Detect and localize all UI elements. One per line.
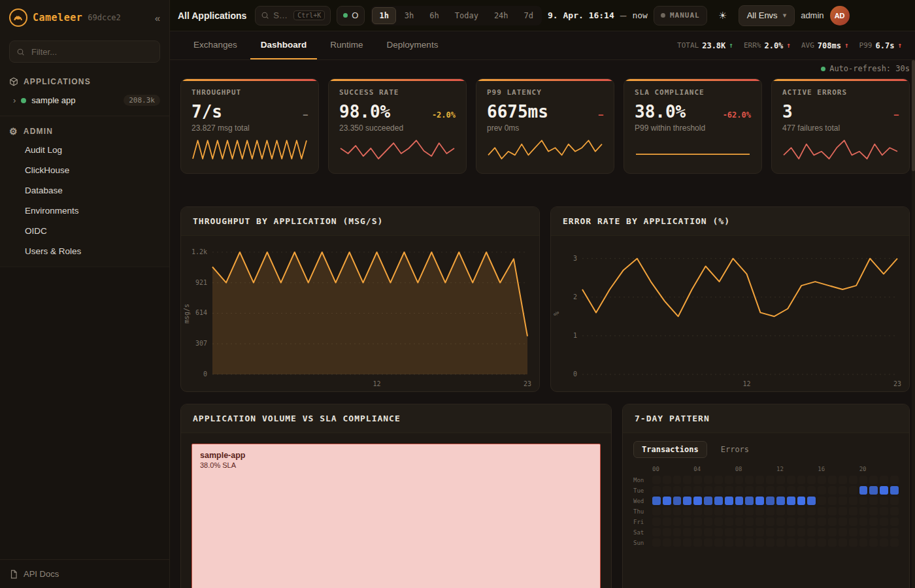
- online-indicator[interactable]: O: [337, 6, 365, 25]
- heatmap-cell: [787, 528, 795, 536]
- global-search-input[interactable]: S… Ctrl+K: [255, 6, 331, 25]
- sidebar-item-api-docs[interactable]: API Docs: [0, 559, 169, 588]
- vertical-scrollbar[interactable]: [912, 60, 915, 588]
- sidebar-item-audit-log[interactable]: Audit Log: [0, 140, 169, 160]
- stat-total: TOTAL 23.8K ↑: [677, 41, 733, 50]
- heatmap-cell: [880, 486, 888, 495]
- range-end-now[interactable]: now: [632, 10, 647, 20]
- sidebar-item-oidc[interactable]: OIDC: [0, 221, 169, 241]
- heatmap-cell: [725, 517, 733, 526]
- kpi-card-success-rate: SUCCESS RATE 98.0%-2.0% 23.350 succeeded: [328, 78, 467, 174]
- range-button-today[interactable]: Today: [448, 7, 486, 24]
- heatmap-cell: [745, 517, 754, 526]
- success-rate-sparkline: [339, 138, 456, 161]
- tab-transactions[interactable]: Transactions: [633, 441, 707, 458]
- heatmap-cell: [725, 476, 733, 484]
- heatmap-cell: [880, 507, 888, 515]
- manual-refresh-button[interactable]: MANUAL: [654, 6, 707, 25]
- heatmap-cell: [890, 476, 899, 484]
- heatmap-cell: [776, 497, 785, 505]
- heatmap-cell: [745, 528, 754, 536]
- svg-text:921: 921: [195, 279, 207, 286]
- sidebar-item-sample-app[interactable]: › sample app 208.3k: [0, 90, 169, 110]
- p99-latency-sparkline: [487, 138, 603, 161]
- heatmap-cell: [880, 538, 888, 547]
- sidebar-collapse-button[interactable]: «: [155, 12, 160, 24]
- heatmap-cell: [663, 507, 671, 515]
- heatmap-cell: [787, 517, 795, 526]
- heatmap-cell: [818, 517, 826, 526]
- kpi-cards-row: THROUGHPUT 7/s– 23.827 msg total SUCCESS…: [170, 77, 915, 174]
- bottom-row: APPLICATION VOLUME VS SLA COMPLIANCE sam…: [170, 404, 915, 588]
- error-rate-chart-panel: ERROR RATE BY APPLICATION (%) 01231223%: [550, 206, 910, 392]
- chevron-down-icon: ▾: [783, 11, 787, 20]
- range-button-6h[interactable]: 6h: [422, 7, 446, 24]
- tab-dashboard[interactable]: Dashboard: [250, 31, 318, 59]
- tab-errors[interactable]: Errors: [712, 441, 757, 458]
- heatmap-cell: [828, 497, 837, 505]
- range-button-7d[interactable]: 7d: [517, 7, 541, 24]
- heatmap-cell: [704, 497, 712, 505]
- heatmap-cell: [704, 538, 712, 547]
- heatmap-cell: [849, 528, 857, 536]
- heatmap-cell: [859, 528, 868, 536]
- treemap-panel: APPLICATION VOLUME VS SLA COMPLIANCE sam…: [180, 404, 612, 588]
- environments-dropdown[interactable]: All Envs ▾: [739, 5, 795, 26]
- heatmap-cell: [869, 538, 878, 547]
- range-button-24h[interactable]: 24h: [487, 7, 516, 24]
- heatmap-cell: [756, 507, 764, 515]
- stat-err: ERR% 2.0% ↑: [744, 41, 791, 50]
- tab-deployments[interactable]: Deployments: [376, 31, 449, 59]
- arrow-up-icon: ↑: [786, 41, 791, 50]
- filter-input[interactable]: [30, 46, 153, 57]
- pattern-panel: 7-DAY PATTERN Transactions Errors 000408…: [622, 404, 910, 588]
- heatmap-cell: [714, 507, 723, 515]
- svg-text:307: 307: [195, 340, 207, 347]
- heatmap-cell: [828, 538, 837, 547]
- heatmap-cell: [745, 507, 754, 515]
- heatmap-cell: [807, 538, 816, 547]
- heatmap-cell: [725, 497, 733, 505]
- heatmap-cell: [663, 538, 671, 547]
- seven-day-heatmap: 000408121620MonTueWedThuFriSatSun: [623, 465, 909, 557]
- heatmap-cell: [766, 507, 774, 515]
- svg-text:0: 0: [203, 370, 207, 378]
- range-button-3h[interactable]: 3h: [397, 7, 421, 24]
- range-button-1h[interactable]: 1h: [372, 7, 395, 24]
- heatmap-cell: [807, 507, 816, 515]
- heatmap-cell: [735, 486, 744, 495]
- sidebar-item-database[interactable]: Database: [0, 180, 169, 201]
- sidebar-upper: Cameleer 69dcce2 « APPLICATIONS › sample…: [0, 0, 169, 267]
- heatmap-cell: [673, 486, 682, 495]
- heatmap-cell: [683, 528, 691, 536]
- heatmap-cell: [766, 476, 774, 484]
- treemap-node-sample-app[interactable]: sample-app38.0% SLA: [191, 444, 601, 588]
- heatmap-cell: [818, 507, 826, 515]
- range-start-datetime[interactable]: 9. Apr. 16:14: [548, 10, 614, 20]
- sidebar-divider: [0, 116, 169, 116]
- heatmap-cell: [704, 476, 712, 484]
- user-avatar[interactable]: AD: [830, 6, 850, 25]
- tab-exchanges[interactable]: Exchanges: [183, 31, 248, 59]
- heatmap-cell: [849, 507, 857, 515]
- sla-treemap: sample-app38.0% SLA: [191, 444, 601, 588]
- sidebar-item-clickhouse[interactable]: ClickHouse: [0, 160, 169, 180]
- heatmap-cell: [859, 517, 868, 526]
- kpi-card-active-errors: ACTIVE ERRORS 3– 477 failures total: [771, 78, 910, 174]
- charts-row: THROUGHPUT BY APPLICATION (MSG/S) 030761…: [170, 206, 915, 392]
- sidebar-item-environments[interactable]: Environments: [0, 201, 169, 221]
- heatmap-cell: [725, 507, 733, 515]
- heatmap-cell: [828, 507, 837, 515]
- heatmap-cell: [683, 476, 691, 484]
- throughput-chart: 03076149211.2k1223msg/s: [181, 236, 539, 391]
- heatmap-cell: [807, 497, 816, 505]
- sidebar-item-users-roles[interactable]: Users & Roles: [0, 241, 169, 261]
- scrollbar-thumb[interactable]: [912, 60, 915, 171]
- app-root: Cameleer 69dcce2 « APPLICATIONS › sample…: [0, 0, 915, 588]
- tab-runtime[interactable]: Runtime: [320, 31, 373, 59]
- heatmap-cell: [663, 528, 671, 536]
- manual-label: MANUAL: [670, 11, 700, 20]
- kpi-card-throughput: THROUGHPUT 7/s– 23.827 msg total: [180, 78, 319, 174]
- theme-toggle-button[interactable]: ☀: [713, 6, 733, 25]
- heatmap-cell: [693, 507, 702, 515]
